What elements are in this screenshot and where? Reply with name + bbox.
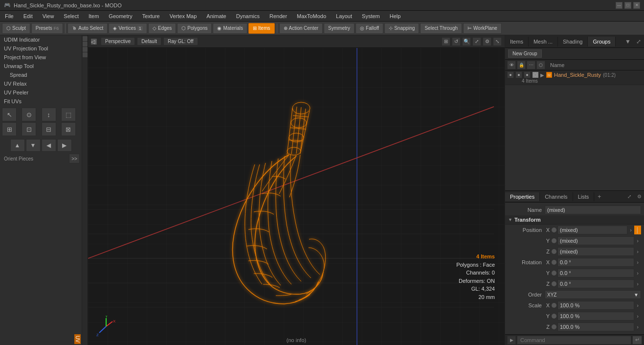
arrow-down-button[interactable]: ▼ [26, 139, 41, 152]
rotation-y-field[interactable]: 0.0 ° [557, 269, 634, 277]
command-input[interactable] [517, 336, 631, 345]
polygons-button[interactable]: ⬡ Polygons [177, 23, 212, 34]
menu-animate[interactable]: Animate [201, 12, 231, 20]
command-submit-button[interactable]: ↵ [632, 336, 642, 345]
vertices-button[interactable]: ◈ Vertices 1 [109, 23, 147, 34]
viewport-canvas[interactable]: 4 Items Polygons : Face Channels: 0 Defo… [88, 48, 505, 345]
tool-icon-2[interactable]: ⊙ [22, 108, 36, 121]
action-center-button[interactable]: ⊕ Action Center [279, 23, 323, 34]
edges-button[interactable]: ◇ Edges [148, 23, 176, 34]
order-select[interactable]: XYZ ▼ [545, 290, 641, 299]
viewport-icon-settings[interactable]: ⚙ [483, 37, 491, 46]
tool-icon-1[interactable]: ↖ [2, 108, 17, 121]
menu-select[interactable]: Select [59, 12, 84, 20]
viewport-icon-fit[interactable]: ⤢ [472, 37, 481, 46]
group-lock-icon[interactable]: ● [515, 71, 522, 78]
items-icon-eye[interactable]: 👁 [507, 61, 516, 69]
arrow-right-button[interactable]: ▶ [57, 139, 72, 152]
menu-view[interactable]: View [38, 12, 59, 20]
minimize-button[interactable]: — [616, 2, 622, 9]
position-z-field[interactable]: (mixed) [557, 247, 634, 256]
falloff-button[interactable]: ◎ Falloff [355, 23, 383, 34]
maximize-button[interactable]: □ [624, 2, 631, 9]
menu-item[interactable]: Item [84, 12, 104, 20]
viewport-menu-icon[interactable]: ◁ [91, 39, 97, 45]
uv-projection-tool[interactable]: UV Projection Tool [0, 44, 82, 53]
unwrap-tool[interactable]: Unwrap Tool [0, 62, 82, 70]
tabs-fullscreen-button[interactable]: ⤢ [633, 36, 644, 47]
tool-icon-6[interactable]: ⊡ [22, 122, 36, 136]
scale-y-arrow[interactable]: › [634, 312, 641, 321]
arrow-up-button[interactable]: ▲ [10, 139, 25, 152]
rotation-z-dot[interactable] [552, 281, 556, 286]
ray-gl-button[interactable]: Ray GL: Off [163, 37, 198, 46]
props-tab-lists[interactable]: Lists [573, 192, 595, 201]
fit-uvs-tool[interactable]: Fit UVs [0, 97, 82, 106]
viewport-icon-expand[interactable]: ⤡ [493, 37, 502, 46]
menu-edit[interactable]: Edit [19, 12, 38, 20]
menu-geometry[interactable]: Geometry [104, 12, 137, 20]
scale-z-dot[interactable] [552, 324, 556, 329]
viewport-icon-zoom[interactable]: 🔍 [462, 37, 471, 46]
position-x-arrow[interactable]: › [627, 226, 634, 234]
project-from-view[interactable]: Project from View [0, 53, 82, 62]
menu-texture[interactable]: Texture [137, 12, 165, 20]
menu-help[interactable]: Help [385, 12, 406, 20]
name-field[interactable]: (mixed) [545, 206, 641, 214]
position-x-field[interactable]: (mixed) [557, 226, 627, 234]
viewport[interactable]: ◁ Perspective Default Ray GL: Off ⊞ ↺ 🔍 … [88, 35, 505, 345]
workplane-button[interactable]: ⊢ WorkPlane [463, 23, 502, 34]
position-z-dot[interactable] [552, 249, 556, 254]
tab-mesh[interactable]: Mesh ... [529, 37, 558, 46]
items-icon-lock[interactable]: 🔒 [517, 61, 526, 69]
menu-system[interactable]: System [357, 12, 385, 20]
position-z-arrow[interactable]: › [634, 247, 641, 256]
tabs-expand-button[interactable]: ▼ [622, 36, 633, 47]
rotation-y-dot[interactable] [552, 271, 556, 276]
position-x-orange[interactable]: │ [634, 226, 641, 234]
viewport-icon-rotate[interactable]: ↺ [452, 37, 461, 46]
sculpt-button[interactable]: ⬡ Sculpt [2, 23, 30, 34]
tool-icon-5[interactable]: ⊞ [2, 122, 17, 136]
scale-z-arrow[interactable]: › [634, 322, 641, 331]
tool-icon-3[interactable]: ↕ [42, 108, 56, 121]
scale-x-field[interactable]: 100.0 % [557, 301, 634, 310]
scale-y-field[interactable]: 100.0 % [557, 312, 634, 321]
side-tab-4[interactable] [83, 52, 88, 57]
add-tab-button[interactable]: + [594, 192, 604, 201]
position-y-arrow[interactable]: › [634, 236, 641, 245]
udim-indicator[interactable]: UDIM Indicator [0, 35, 82, 44]
position-x-dot[interactable] [552, 228, 556, 232]
menu-file[interactable]: File [0, 12, 19, 20]
perspective-button[interactable]: Perspective [101, 37, 135, 46]
menu-render[interactable]: Render [265, 12, 292, 20]
close-button[interactable]: ✕ [633, 2, 640, 9]
props-tab-properties[interactable]: Properties [505, 192, 540, 201]
scale-x-arrow[interactable]: › [634, 301, 641, 310]
tool-icon-7[interactable]: ⊟ [42, 122, 56, 136]
orient-expand-button[interactable]: >> [69, 154, 80, 163]
side-tab-2[interactable] [83, 42, 88, 46]
side-tab-3[interactable] [83, 47, 88, 52]
group-eye-icon[interactable]: ● [507, 71, 514, 78]
side-tab-1[interactable] [83, 36, 88, 41]
rotation-x-arrow[interactable]: › [634, 258, 641, 267]
group-expand-icon[interactable]: ▶ [540, 72, 544, 78]
tool-icon-4[interactable]: ⬚ [61, 108, 76, 121]
rotation-z-arrow[interactable]: › [634, 279, 641, 288]
default-button[interactable]: Default [137, 37, 161, 46]
uv-tab[interactable]: UV [74, 334, 81, 344]
items-icon-dots[interactable]: ⋯ [527, 61, 535, 69]
auto-select-button[interactable]: 🖱 Auto Select [67, 23, 108, 34]
tab-groups[interactable]: Groups [588, 37, 616, 46]
scale-x-dot[interactable] [552, 303, 556, 308]
rotation-y-arrow[interactable]: › [634, 269, 641, 277]
scale-z-field[interactable]: 100.0 % [557, 322, 634, 331]
items-icon-mesh[interactable]: ⬡ [536, 61, 545, 69]
position-y-field[interactable]: (mixed) [557, 236, 634, 245]
menu-dynamics[interactable]: Dynamics [231, 12, 265, 20]
props-tab-channels[interactable]: Channels [540, 192, 573, 201]
group-dot-icon[interactable]: ● [524, 71, 531, 78]
materials-button[interactable]: ◉ Materials [213, 23, 247, 34]
transform-toggle[interactable]: ▼ [508, 217, 512, 222]
